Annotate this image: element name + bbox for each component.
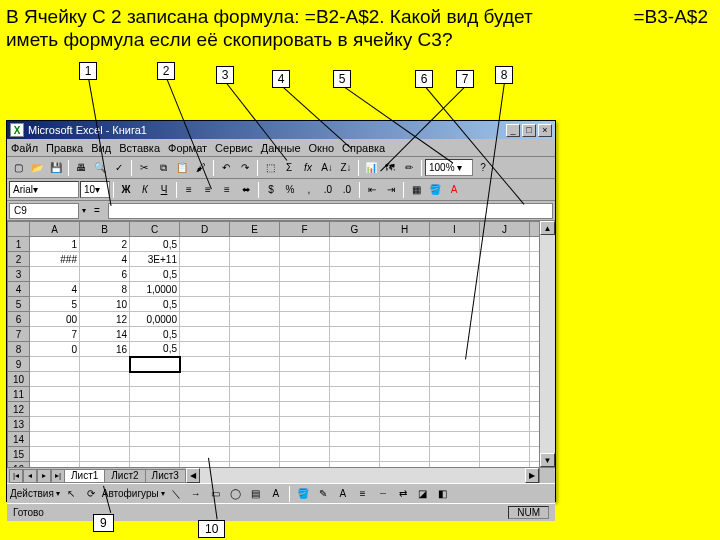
cell[interactable] — [480, 312, 530, 327]
cell[interactable] — [380, 447, 430, 462]
cell[interactable] — [180, 447, 230, 462]
menu-window[interactable]: Окно — [309, 142, 335, 154]
cell[interactable] — [280, 342, 330, 357]
column-header[interactable]: F — [280, 222, 330, 237]
cell[interactable] — [480, 462, 530, 468]
cell[interactable] — [480, 237, 530, 252]
row-header[interactable]: 6 — [8, 312, 30, 327]
cell[interactable] — [130, 402, 180, 417]
cell[interactable] — [230, 297, 280, 312]
cell[interactable] — [280, 372, 330, 387]
paste-icon[interactable]: 📋 — [173, 159, 191, 177]
oval-icon[interactable]: ◯ — [227, 485, 245, 503]
cell[interactable]: 0,0000 — [130, 312, 180, 327]
save-icon[interactable]: 💾 — [47, 159, 65, 177]
fill-icon[interactable]: 🪣 — [294, 485, 312, 503]
vertical-scrollbar[interactable]: ▲ ▼ — [539, 221, 555, 467]
cell[interactable] — [180, 402, 230, 417]
cell[interactable] — [80, 462, 130, 468]
name-box-dropdown-icon[interactable]: ▾ — [82, 206, 86, 215]
cell[interactable] — [330, 252, 380, 267]
cell[interactable]: 0 — [30, 342, 80, 357]
cell[interactable]: 0,5 — [130, 342, 180, 357]
autosum-icon[interactable]: Σ — [280, 159, 298, 177]
cell[interactable] — [380, 432, 430, 447]
cell[interactable]: 2 — [80, 237, 130, 252]
cell[interactable] — [480, 357, 530, 372]
select-icon[interactable]: ↖ — [62, 485, 80, 503]
row-header[interactable]: 5 — [8, 297, 30, 312]
cell[interactable] — [430, 237, 480, 252]
row-header[interactable]: 1 — [8, 237, 30, 252]
cell[interactable]: 6 — [80, 267, 130, 282]
arrow-icon[interactable]: → — [187, 485, 205, 503]
row-header[interactable]: 4 — [8, 282, 30, 297]
cell[interactable] — [30, 387, 80, 402]
cell[interactable] — [30, 447, 80, 462]
italic-icon[interactable]: К — [136, 181, 154, 199]
cell[interactable] — [430, 357, 480, 372]
close-button[interactable]: × — [538, 124, 552, 137]
row-header[interactable]: 2 — [8, 252, 30, 267]
cell[interactable] — [480, 282, 530, 297]
scroll-left-icon[interactable]: ◀ — [186, 468, 200, 483]
cell[interactable] — [230, 342, 280, 357]
cell[interactable] — [280, 297, 330, 312]
cell[interactable] — [430, 327, 480, 342]
cell[interactable] — [230, 417, 280, 432]
hyperlink-icon[interactable]: ⬚ — [261, 159, 279, 177]
cell[interactable] — [480, 402, 530, 417]
cell[interactable]: 12 — [80, 312, 130, 327]
sheet-tab-3[interactable]: Лист3 — [145, 469, 186, 483]
cell[interactable] — [180, 252, 230, 267]
cell[interactable] — [380, 312, 430, 327]
cell[interactable]: 0,5 — [130, 327, 180, 342]
cell[interactable] — [230, 447, 280, 462]
row-header[interactable]: 7 — [8, 327, 30, 342]
actions-menu[interactable]: Действия — [10, 488, 54, 499]
cell[interactable] — [180, 312, 230, 327]
sort-desc-icon[interactable]: Z↓ — [337, 159, 355, 177]
cell[interactable] — [330, 417, 380, 432]
cell[interactable] — [280, 357, 330, 372]
cell[interactable] — [530, 372, 540, 387]
cell[interactable] — [180, 237, 230, 252]
drawing-icon[interactable]: ✏ — [400, 159, 418, 177]
cell[interactable] — [80, 402, 130, 417]
cell[interactable] — [230, 372, 280, 387]
cell[interactable] — [530, 432, 540, 447]
row-header[interactable]: 3 — [8, 267, 30, 282]
cell[interactable] — [180, 297, 230, 312]
cell[interactable] — [530, 252, 540, 267]
cell[interactable] — [330, 312, 380, 327]
cell[interactable] — [280, 402, 330, 417]
cell[interactable] — [280, 417, 330, 432]
cell[interactable] — [330, 327, 380, 342]
tab-nav-next-icon[interactable]: ▸ — [37, 469, 51, 483]
row-header[interactable]: 16 — [8, 462, 30, 468]
select-all-corner[interactable] — [8, 222, 30, 237]
dropdown-icon[interactable]: ▾ — [56, 489, 60, 498]
cell[interactable] — [480, 417, 530, 432]
scroll-up-icon[interactable]: ▲ — [540, 221, 555, 235]
row-header[interactable]: 11 — [8, 387, 30, 402]
cell[interactable] — [380, 327, 430, 342]
cell[interactable] — [430, 252, 480, 267]
cell[interactable] — [180, 357, 230, 372]
fx-icon[interactable]: fx — [299, 159, 317, 177]
cell[interactable] — [230, 252, 280, 267]
cell[interactable] — [430, 432, 480, 447]
arrow-style-icon[interactable]: ⇄ — [394, 485, 412, 503]
cell[interactable] — [130, 432, 180, 447]
cell[interactable] — [330, 447, 380, 462]
cell[interactable] — [30, 267, 80, 282]
scroll-right-icon[interactable]: ▶ — [525, 468, 539, 483]
cell[interactable] — [480, 297, 530, 312]
column-header[interactable]: G — [330, 222, 380, 237]
tab-nav-last-icon[interactable]: ▸| — [51, 469, 65, 483]
column-header[interactable]: B — [80, 222, 130, 237]
line-style-icon[interactable]: ≡ — [354, 485, 372, 503]
cell[interactable] — [330, 357, 380, 372]
cell[interactable] — [230, 327, 280, 342]
menu-tools[interactable]: Сервис — [215, 142, 253, 154]
